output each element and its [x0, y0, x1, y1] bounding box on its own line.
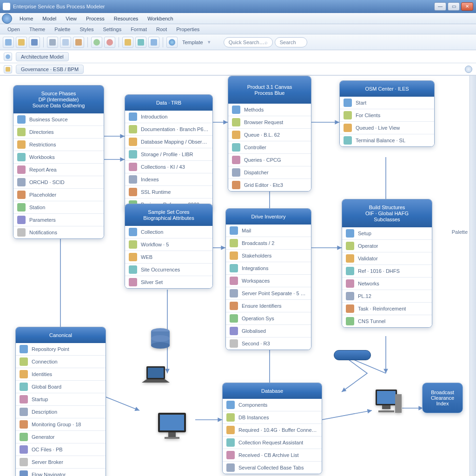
- list-item[interactable]: Queued · Live View: [340, 122, 434, 134]
- tool-open[interactable]: [16, 37, 27, 48]
- submenu-open[interactable]: Open: [3, 26, 25, 33]
- back-icon[interactable]: [4, 53, 12, 61]
- panel-product-canvas[interactable]: Product 3.1 CanvasProcess Blue MethodsBr…: [228, 76, 311, 192]
- tool-grid[interactable]: [148, 37, 159, 48]
- list-item[interactable]: Placeholder: [13, 189, 104, 201]
- list-item[interactable]: Required · 10.4G · Buffer Connection: [223, 424, 322, 436]
- list-item[interactable]: Flow Navigator: [16, 469, 106, 476]
- list-item[interactable]: Startup: [16, 393, 106, 406]
- list-item[interactable]: OC Files · PB: [16, 443, 106, 456]
- tool-undo[interactable]: [91, 37, 102, 48]
- panel-canonical[interactable]: Canonical Repository PointConnectionIden…: [15, 327, 106, 476]
- list-item[interactable]: Networks: [342, 278, 432, 290]
- list-item[interactable]: Operator: [342, 240, 432, 252]
- list-item[interactable]: Collection: [125, 226, 212, 238]
- menu-home[interactable]: Home: [15, 14, 38, 23]
- tool-paste[interactable]: [73, 37, 84, 48]
- list-item[interactable]: Collections · KI / 43: [125, 161, 212, 173]
- submenu-styles[interactable]: Styles: [75, 26, 98, 33]
- tool-globe[interactable]: [166, 37, 178, 48]
- list-item[interactable]: Task · Reinforcement: [342, 303, 432, 315]
- tool-copy[interactable]: [60, 37, 71, 48]
- list-item[interactable]: Workbooks: [13, 151, 104, 164]
- panel-sample-cores[interactable]: Sample Set CoresBiographical Attributes …: [125, 204, 213, 289]
- list-item[interactable]: Server Point Separate · 5 mm: [226, 287, 311, 300]
- list-item[interactable]: Mail: [226, 225, 311, 237]
- panel-data-trb[interactable]: Data · TRB IntroductionDocumentation · B…: [125, 94, 213, 211]
- list-item[interactable]: Methods: [228, 104, 311, 116]
- list-item[interactable]: Several Collected Base Tabs: [223, 462, 322, 474]
- list-item[interactable]: Report Area: [13, 164, 104, 176]
- list-item[interactable]: Notifications: [13, 226, 104, 238]
- panel-osm-center[interactable]: OSM Center · ILES StartFor ClientsQueued…: [339, 80, 435, 147]
- panel-drive-inventory[interactable]: Drive Inventory MailBroadcasts / 2Stakeh…: [225, 208, 311, 350]
- submenu-settings[interactable]: Settings: [98, 26, 126, 33]
- submenu-root[interactable]: Root: [152, 26, 172, 33]
- list-item[interactable]: Validator: [342, 252, 432, 265]
- list-item[interactable]: WEB: [125, 251, 212, 264]
- search-input[interactable]: Search: [275, 37, 307, 47]
- list-item[interactable]: Broadcasts / 2: [226, 237, 311, 250]
- list-item[interactable]: Storage / Profile · LIBR: [125, 148, 212, 161]
- list-item[interactable]: Dispatcher: [228, 166, 311, 179]
- list-item[interactable]: Ensure Identifiers: [226, 300, 311, 312]
- list-item[interactable]: Connection: [16, 356, 106, 368]
- list-item[interactable]: Integrations: [226, 262, 311, 275]
- submenu-palette[interactable]: Palette: [50, 26, 75, 33]
- list-item[interactable]: Setup: [342, 227, 432, 240]
- list-item[interactable]: Collection Request Assistant: [223, 436, 322, 449]
- diagram-canvas[interactable]: Source PhasesDP (Intermediate)Source Dat…: [0, 75, 476, 476]
- list-item[interactable]: Global Board: [16, 381, 106, 393]
- tool-save[interactable]: [29, 37, 40, 48]
- refresh-icon[interactable]: [465, 66, 472, 73]
- panel-source-phases[interactable]: Source PhasesDP (Intermediate)Source Dat…: [13, 85, 104, 239]
- menu-process[interactable]: Process: [81, 14, 109, 23]
- breadcrumb-chip[interactable]: Architecture Model: [16, 52, 69, 61]
- list-item[interactable]: Workflow · 5: [125, 238, 212, 251]
- breadcrumb-chip-2[interactable]: Governance · ESB / BPM: [16, 65, 84, 74]
- list-item[interactable]: Repository Point: [16, 343, 106, 356]
- right-scrollbar[interactable]: [469, 76, 476, 476]
- panel-build-structures[interactable]: Build StructuresOIF · Global HAFGSubclas…: [342, 199, 432, 328]
- list-item[interactable]: Parameters: [13, 214, 104, 226]
- list-item[interactable]: Introduction: [125, 111, 212, 123]
- list-item[interactable]: Start: [340, 97, 434, 109]
- submenu-properties[interactable]: Properties: [172, 26, 204, 33]
- submenu-theme[interactable]: Theme: [25, 26, 50, 33]
- list-item[interactable]: Globalised: [226, 325, 311, 337]
- app-orb-icon[interactable]: [2, 13, 12, 24]
- menu-resources[interactable]: Resources: [109, 14, 143, 23]
- submenu-format[interactable]: Format: [126, 26, 152, 33]
- network-hub-pill[interactable]: [334, 350, 371, 360]
- list-item[interactable]: Monitoring Group · 18: [16, 418, 106, 431]
- list-item[interactable]: Database Mapping / Observer: [125, 136, 212, 148]
- list-item[interactable]: Queue · B.L. 62: [228, 129, 311, 141]
- list-item[interactable]: Documentation · Branch P6 · 8 KG: [125, 123, 212, 136]
- list-item[interactable]: Controller: [228, 141, 311, 154]
- list-item[interactable]: Workspaces: [226, 275, 311, 287]
- list-item[interactable]: Components: [223, 399, 322, 411]
- maximize-button[interactable]: ▭: [448, 2, 460, 11]
- tool-image[interactable]: [135, 37, 146, 48]
- list-item[interactable]: Server Broker: [16, 456, 106, 469]
- list-item[interactable]: Business Source: [13, 113, 104, 126]
- list-item[interactable]: Site Occurrences: [125, 264, 212, 276]
- list-item[interactable]: Generator: [16, 431, 106, 443]
- menu-workbench[interactable]: Workbench: [143, 14, 178, 23]
- list-item[interactable]: Terminal Balance · SL: [340, 134, 434, 146]
- menu-view[interactable]: View: [61, 14, 81, 23]
- list-item[interactable]: For Clients: [340, 109, 434, 122]
- minimize-button[interactable]: —: [434, 2, 446, 11]
- panel-broadcast[interactable]: BroadcastClearanceIndex: [422, 383, 463, 413]
- list-item[interactable]: Directories: [13, 126, 104, 139]
- list-item[interactable]: Description: [16, 406, 106, 418]
- list-item[interactable]: Queries · CPCG: [228, 154, 311, 166]
- list-item[interactable]: Indexes: [125, 173, 212, 186]
- list-item[interactable]: Grid Editor · Etc3: [228, 179, 311, 191]
- quick-search-input[interactable]: Quick Search…⌕: [224, 37, 273, 47]
- list-item[interactable]: Identities: [16, 368, 106, 381]
- list-item[interactable]: Station: [13, 201, 104, 214]
- tool-folder[interactable]: [122, 37, 133, 48]
- list-item[interactable]: DB Instances: [223, 411, 322, 424]
- list-item[interactable]: Silver Set: [125, 276, 212, 288]
